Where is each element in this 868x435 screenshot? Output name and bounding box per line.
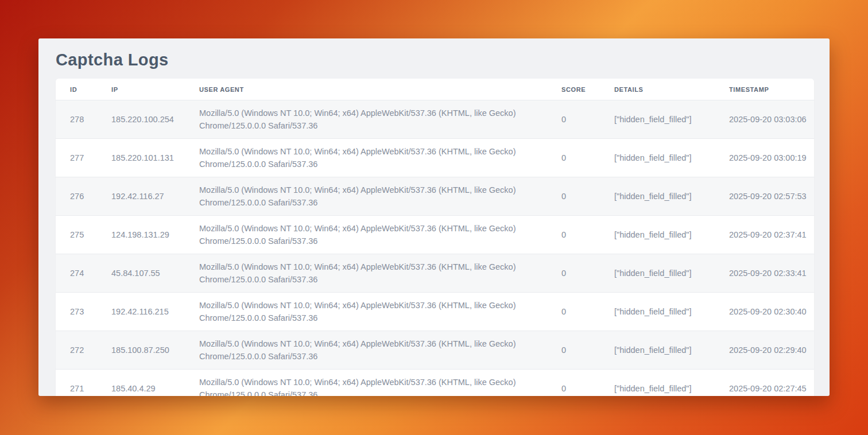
cell-ip: 192.42.116.27 <box>111 177 199 216</box>
cell-timestamp: 2025-09-20 02:57:53 <box>729 177 814 216</box>
cell-user-agent: Mozilla/5.0 (Windows NT 10.0; Win64; x64… <box>199 254 561 293</box>
cell-ip: 45.84.107.55 <box>111 254 199 293</box>
cell-details: ["hidden_field_filled"] <box>614 216 729 254</box>
column-header-score: SCORE <box>561 79 614 100</box>
cell-user-agent: Mozilla/5.0 (Windows NT 10.0; Win64; x64… <box>199 216 561 254</box>
cell-score: 0 <box>561 100 614 139</box>
cell-timestamp: 2025-09-20 03:03:06 <box>729 100 814 139</box>
cell-id: 274 <box>56 254 111 293</box>
cell-details: ["hidden_field_filled"] <box>614 254 729 293</box>
cell-id: 276 <box>56 177 111 216</box>
cell-user-agent: Mozilla/5.0 (Windows NT 10.0; Win64; x64… <box>199 293 561 331</box>
table-row: 275 124.198.131.29 Mozilla/5.0 (Windows … <box>56 216 814 254</box>
cell-user-agent: Mozilla/5.0 (Windows NT 10.0; Win64; x64… <box>199 139 561 177</box>
cell-user-agent: Mozilla/5.0 (Windows NT 10.0; Win64; x64… <box>199 370 561 397</box>
cell-user-agent: Mozilla/5.0 (Windows NT 10.0; Win64; x64… <box>199 331 561 370</box>
cell-ip: 185.220.101.131 <box>111 139 199 177</box>
cell-details: ["hidden_field_filled"] <box>614 331 729 370</box>
cell-ip: 185.220.100.254 <box>111 100 199 139</box>
captcha-logs-table: ID IP USER AGENT SCORE DETAILS TIMESTAMP… <box>56 79 814 396</box>
cell-id: 272 <box>56 331 111 370</box>
cell-ip: 185.100.87.250 <box>111 331 199 370</box>
cell-score: 0 <box>561 177 614 216</box>
table-body: 278 185.220.100.254 Mozilla/5.0 (Windows… <box>56 100 814 397</box>
table-row: 278 185.220.100.254 Mozilla/5.0 (Windows… <box>56 100 814 139</box>
table-row: 274 45.84.107.55 Mozilla/5.0 (Windows NT… <box>56 254 814 293</box>
cell-score: 0 <box>561 216 614 254</box>
table-row: 273 192.42.116.215 Mozilla/5.0 (Windows … <box>56 293 814 331</box>
column-header-useragent: USER AGENT <box>199 79 561 100</box>
cell-timestamp: 2025-09-20 02:27:45 <box>729 370 814 397</box>
cell-details: ["hidden_field_filled"] <box>614 293 729 331</box>
cell-score: 0 <box>561 254 614 293</box>
cell-timestamp: 2025-09-20 03:00:19 <box>729 139 814 177</box>
cell-timestamp: 2025-09-20 02:29:40 <box>729 331 814 370</box>
table-row: 277 185.220.101.131 Mozilla/5.0 (Windows… <box>56 139 814 177</box>
cell-user-agent: Mozilla/5.0 (Windows NT 10.0; Win64; x64… <box>199 100 561 139</box>
table-header: ID IP USER AGENT SCORE DETAILS TIMESTAMP <box>56 79 814 100</box>
logs-table-container: ID IP USER AGENT SCORE DETAILS TIMESTAMP… <box>56 79 814 396</box>
cell-details: ["hidden_field_filled"] <box>614 370 729 397</box>
cell-user-agent: Mozilla/5.0 (Windows NT 10.0; Win64; x64… <box>199 177 561 216</box>
table-row: 271 185.40.4.29 Mozilla/5.0 (Windows NT … <box>56 370 814 397</box>
cell-timestamp: 2025-09-20 02:37:41 <box>729 216 814 254</box>
cell-timestamp: 2025-09-20 02:33:41 <box>729 254 814 293</box>
cell-ip: 124.198.131.29 <box>111 216 199 254</box>
column-header-id: ID <box>56 79 111 100</box>
cell-ip: 192.42.116.215 <box>111 293 199 331</box>
cell-id: 273 <box>56 293 111 331</box>
table-row: 272 185.100.87.250 Mozilla/5.0 (Windows … <box>56 331 814 370</box>
cell-details: ["hidden_field_filled"] <box>614 139 729 177</box>
cell-score: 0 <box>561 293 614 331</box>
page-title: Captcha Logs <box>56 51 830 69</box>
cell-id: 277 <box>56 139 111 177</box>
cell-id: 275 <box>56 216 111 254</box>
cell-id: 271 <box>56 370 111 397</box>
cell-id: 278 <box>56 100 111 139</box>
cell-details: ["hidden_field_filled"] <box>614 177 729 216</box>
column-header-details: DETAILS <box>614 79 729 100</box>
cell-score: 0 <box>561 370 614 397</box>
column-header-ip: IP <box>111 79 199 100</box>
cell-score: 0 <box>561 139 614 177</box>
cell-ip: 185.40.4.29 <box>111 370 199 397</box>
column-header-timestamp: TIMESTAMP <box>729 79 814 100</box>
table-row: 276 192.42.116.27 Mozilla/5.0 (Windows N… <box>56 177 814 216</box>
cell-details: ["hidden_field_filled"] <box>614 100 729 139</box>
cell-timestamp: 2025-09-20 02:30:40 <box>729 293 814 331</box>
captcha-logs-card: Captcha Logs ID IP USER AGENT SCORE DETA… <box>38 38 830 396</box>
cell-score: 0 <box>561 331 614 370</box>
